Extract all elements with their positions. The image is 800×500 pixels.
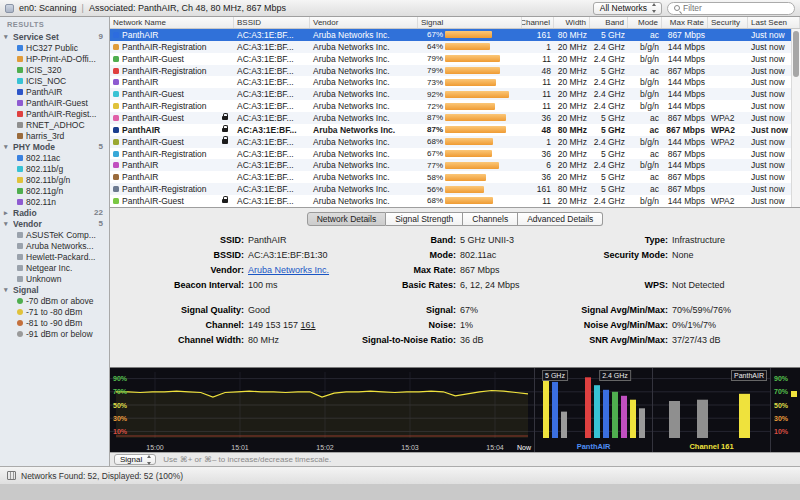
sidebar-group-radio[interactable]: ▸Radio22 bbox=[0, 207, 109, 218]
column-header-network-name[interactable]: Network Name bbox=[110, 17, 234, 28]
sidebar-item-panthair-guest[interactable]: PanthAIR-Guest bbox=[0, 97, 109, 108]
table-row[interactable]: PanthAIRAC:A3:1E:BF...Aruba Networks Inc… bbox=[110, 159, 800, 171]
sidebar-item-netgear-inc[interactable]: Netgear Inc. bbox=[0, 262, 109, 273]
sidebar-item-icis-noc[interactable]: ICIS_NOC bbox=[0, 75, 109, 86]
security-cell bbox=[708, 171, 748, 183]
sidebar-item-91-dbm-or-below[interactable]: -91 dBm or below bbox=[0, 328, 109, 339]
main-area: RESULTS ▾Service Set9HC327 PublicHP-Prin… bbox=[0, 17, 800, 466]
disclosure-closed-icon[interactable]: ▸ bbox=[4, 209, 13, 217]
table-row[interactable]: PanthAIR-RegistrationAC:A3:1E:BF...Aruba… bbox=[110, 183, 800, 195]
table-row[interactable]: PanthAIRAC:A3:1E:BF...Aruba Networks Inc… bbox=[110, 171, 800, 183]
security-cell bbox=[708, 88, 748, 100]
table-row[interactable]: PanthAIR-RegistrationAC:A3:1E:BF...Aruba… bbox=[110, 65, 800, 77]
security-cell bbox=[708, 148, 748, 160]
sidebar-item-hp-print-ad-offi[interactable]: HP-Print-AD-Offi... bbox=[0, 53, 109, 64]
column-header-last-seen[interactable]: Last Seen bbox=[748, 17, 800, 28]
sidebar-item-81-to-90-dbm[interactable]: -81 to -90 dBm bbox=[0, 317, 109, 328]
networks-filter-dropdown[interactable]: All Networks bbox=[593, 2, 662, 15]
sidebar-item-asustek-comp[interactable]: ASUSTeK Comp... bbox=[0, 229, 109, 240]
table-row[interactable]: PanthAIR-GuestAC:A3:1E:BF...Aruba Networ… bbox=[110, 112, 800, 124]
sidebar-item-unknown[interactable]: Unknown bbox=[0, 273, 109, 284]
column-header-vendor[interactable]: Vendor bbox=[310, 17, 418, 28]
group-count-badge: 9 bbox=[99, 32, 103, 41]
status-bar: Networks Found: 52, Displayed: 52 (100%) bbox=[0, 466, 800, 484]
column-header-width[interactable]: Width bbox=[554, 17, 590, 28]
sidebar-group-signal[interactable]: ▾Signal bbox=[0, 284, 109, 295]
disclosure-open-icon[interactable]: ▾ bbox=[4, 33, 13, 41]
column-header-bssid[interactable]: BSSID bbox=[234, 17, 310, 28]
scrollbar-thumb[interactable] bbox=[793, 31, 799, 77]
max-rate-cell: 144 Mbps bbox=[662, 159, 708, 171]
sidebar-item-harris-3rd[interactable]: harris_3rd bbox=[0, 130, 109, 141]
sidebar-item-802-11b-g-n[interactable]: 802.11b/g/n bbox=[0, 174, 109, 185]
signal-cell: 79% bbox=[418, 53, 522, 65]
column-header-band[interactable]: Band bbox=[590, 17, 628, 28]
table-row[interactable]: PanthAIR-GuestAC:A3:1E:BF...Aruba Networ… bbox=[110, 53, 800, 65]
table-row[interactable]: PanthAIR-RegistrationAC:A3:1E:BF...Aruba… bbox=[110, 100, 800, 112]
group-count-badge: 5 bbox=[99, 142, 103, 151]
signal-cell: 87% bbox=[418, 112, 522, 124]
sidebar-item-70-dbm-or-above[interactable]: -70 dBm or above bbox=[0, 295, 109, 306]
table-row[interactable]: PanthAIRAC:A3:1E:BF...Aruba Networks Inc… bbox=[110, 76, 800, 88]
vendor-link[interactable]: Aruba Networks Inc. bbox=[248, 263, 329, 278]
table-row[interactable]: PanthAIR-GuestAC:A3:1E:BF...Aruba Networ… bbox=[110, 195, 800, 207]
network-name: PanthAIR-Guest bbox=[122, 137, 184, 147]
vendor-cell: Aruba Networks Inc. bbox=[310, 41, 418, 53]
network-name: PanthAIR-Guest bbox=[122, 54, 184, 64]
channel-cell: 36 bbox=[522, 112, 554, 124]
disclosure-open-icon[interactable]: ▾ bbox=[4, 286, 13, 294]
band-cell: 2.4 GHz bbox=[590, 88, 628, 100]
sidebar-item-802-11n[interactable]: 802.11n bbox=[0, 196, 109, 207]
network-color-icon bbox=[17, 232, 23, 238]
signal-bar bbox=[445, 79, 496, 86]
sidebar-item-hewlett-packard[interactable]: Hewlett-Packard... bbox=[0, 251, 109, 262]
current-value-marker bbox=[791, 391, 797, 397]
filter-field[interactable] bbox=[667, 2, 795, 15]
group-count-badge: 5 bbox=[99, 219, 103, 228]
sidebar-group-service-set[interactable]: ▾Service Set9 bbox=[0, 31, 109, 42]
tab-advanced-details[interactable]: Advanced Details bbox=[518, 212, 603, 226]
table-scrollbar[interactable] bbox=[791, 29, 800, 207]
tab-signal-strength[interactable]: Signal Strength bbox=[386, 212, 463, 226]
table-row[interactable]: PanthAIRAC:A3:1E:BF...Aruba Networks Inc… bbox=[110, 29, 800, 41]
network-color-icon bbox=[17, 67, 23, 73]
sidebar-item-panthair-regist[interactable]: PanthAIR-Regist... bbox=[0, 108, 109, 119]
column-header-security[interactable]: Security bbox=[708, 17, 748, 28]
column-header-mode[interactable]: Mode bbox=[628, 17, 662, 28]
table-row[interactable]: PanthAIR-GuestAC:A3:1E:BF...Aruba Networ… bbox=[110, 136, 800, 148]
sidebar-group-vendor[interactable]: ▾Vendor5 bbox=[0, 218, 109, 229]
tab-network-details[interactable]: Network Details bbox=[307, 212, 387, 226]
table-row[interactable]: PanthAIR-RegistrationAC:A3:1E:BF...Aruba… bbox=[110, 41, 800, 53]
sidebar-item-rnet-adhoc[interactable]: RNET_ADHOC bbox=[0, 119, 109, 130]
network-color-icon bbox=[113, 115, 119, 121]
sidebar-item-panthair[interactable]: PanthAIR bbox=[0, 86, 109, 97]
y-axis-tick: 50% bbox=[113, 401, 127, 410]
sidebar-item-hc327-public[interactable]: HC327 Public bbox=[0, 42, 109, 53]
detail-field-channel-width: Channel Width:80 MHz bbox=[110, 333, 360, 348]
sidebar-group-phy-mode[interactable]: ▾PHY Mode5 bbox=[0, 141, 109, 152]
filter-input[interactable] bbox=[683, 3, 788, 13]
sidebar-item-802-11b-g[interactable]: 802.11b/g bbox=[0, 163, 109, 174]
table-row[interactable]: PanthAIR-GuestAC:A3:1E:BF...Aruba Networ… bbox=[110, 88, 800, 100]
security-cell bbox=[708, 159, 748, 171]
chart-signal-history: 90%70%50%30%10%15:0015:0115:0215:0315:04… bbox=[110, 368, 534, 452]
sidebar-item-71-to-80-dbm[interactable]: -71 to -80 dBm bbox=[0, 306, 109, 317]
channel-cell: 11 bbox=[522, 53, 554, 65]
column-header-max-rate[interactable]: Max Rate bbox=[662, 17, 708, 28]
metric-dropdown[interactable]: Signal bbox=[114, 454, 156, 465]
disclosure-open-icon[interactable]: ▾ bbox=[4, 220, 13, 228]
columns-icon[interactable] bbox=[7, 471, 16, 480]
sidebar-item-aruba-networks[interactable]: Aruba Networks... bbox=[0, 240, 109, 251]
band-cell: 2.4 GHz bbox=[590, 41, 628, 53]
disclosure-open-icon[interactable]: ▾ bbox=[4, 143, 13, 151]
column-header-channel[interactable]: Channel bbox=[522, 17, 554, 28]
sidebar-item-802-11g-n[interactable]: 802.11g/n bbox=[0, 185, 109, 196]
detail-field-type: Type:Infrastructure bbox=[572, 233, 800, 248]
table-row[interactable]: PanthAIR-RegistrationAC:A3:1E:BF...Aruba… bbox=[110, 148, 800, 160]
sidebar-item-icis-320[interactable]: ICIS_320 bbox=[0, 64, 109, 75]
tab-channels[interactable]: Channels bbox=[463, 212, 518, 226]
sidebar-item-802-11ac[interactable]: 802.11ac bbox=[0, 152, 109, 163]
table-row[interactable]: PanthAIRAC:A3:1E:BF...Aruba Networks Inc… bbox=[110, 124, 800, 136]
mode-cell: b/g/n bbox=[628, 100, 662, 112]
column-header-signal[interactable]: Signal bbox=[418, 17, 522, 28]
